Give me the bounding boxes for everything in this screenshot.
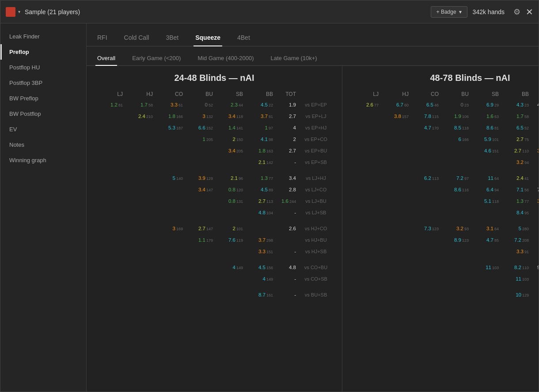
table-row: 1.11797.61193.7298vs HJ+BU (91, 234, 338, 246)
sidebar-item-notes[interactable]: Notes (0, 137, 86, 152)
data-cell: 9.3259 (529, 265, 539, 270)
data-cell: 5.3187 (153, 125, 183, 130)
right-blind-header: 48-78 Blinds — nAI (347, 73, 539, 83)
left-blind-header: 24-48 Blinds — nAI (91, 73, 338, 83)
sidebar-item-winning-graph[interactable]: Winning graph (0, 152, 86, 168)
tab-4bet[interactable]: 4Bet (235, 30, 252, 46)
data-cell: 3.293 (439, 226, 469, 231)
data-cell: 4.5156 (243, 265, 273, 270)
data-cell: - (273, 210, 296, 215)
data-cell: 2.7147 (183, 226, 213, 231)
data-cell: 2.344 (213, 102, 243, 107)
data-cell: 5.1118 (469, 198, 499, 204)
data-cell: 7.2208 (499, 237, 529, 243)
table-row: 4.61512.71103.8261vs EP+BU (347, 145, 539, 156)
app-logo (6, 7, 15, 17)
vs-label: vs CO+SB (296, 276, 336, 282)
right-panel: RFI Cold Call 3Bet Squeeze 4Bet Overall … (87, 23, 539, 392)
tab-cold-call[interactable]: Cold Call (122, 30, 151, 46)
settings-icon[interactable]: ⚙ (513, 7, 520, 17)
main-content: Leak Finder Preflop Postflop HU Postflop… (0, 23, 539, 392)
table-row: 10129-vs BU+SB (347, 289, 539, 301)
data-cell: 6.6152 (183, 125, 213, 130)
table-row: 3.42051.81632.7vs EP+BU (91, 145, 338, 156)
data-cell: 3.4205 (213, 148, 243, 153)
data-cell: 6.2113 (409, 175, 439, 181)
data-cell: 4.589 (243, 187, 273, 192)
table-row: 2.6776.7606.5460236.9294.3234.7258vs EP+… (347, 99, 539, 110)
data-cell: 7.297 (439, 175, 469, 181)
data-cell: 1205 (183, 137, 213, 142)
table-row: 120521504.1982vs EP+CO (91, 133, 338, 145)
data-cell: 1.6244 (273, 198, 296, 204)
table-row: 1.2811.7583.3610522.3444.5221.9vs EP+EP (91, 99, 338, 110)
table-row: 5.11181.3773.6195vs LJ+BU (347, 195, 539, 207)
data-cell: 4.8104 (243, 210, 273, 215)
data-cell: 2.1142 (243, 160, 273, 165)
table-row: 41494.51564.8vs CO+BU (91, 262, 338, 273)
vs-label: vs BU+SB (296, 292, 336, 297)
table-row: 6.21137.29711642.4417vs LJ+HJ (347, 172, 539, 184)
table-row: 8.7161-vs BU+SB (91, 289, 338, 301)
vs-label: vs EP+CO (296, 137, 336, 142)
data-cell: 5.3 (529, 137, 539, 142)
sidebar-item-bw-preflop[interactable]: BW Preflop (0, 91, 86, 106)
subtab-late-game[interactable]: Late Game (10k+) (269, 51, 319, 66)
chevron-down-icon[interactable]: ▾ (18, 9, 20, 14)
col-hj-r: HJ (379, 91, 409, 97)
data-cell: 3.4147 (183, 187, 213, 192)
sidebar-item-postflop-3bp[interactable]: Postflop 3BP (0, 75, 86, 91)
table-row: 8.495-vs LJ+SB (347, 207, 539, 218)
data-cell: 6.929 (469, 102, 499, 107)
tab-3bet[interactable]: 3Bet (164, 30, 180, 46)
data-cell: 2.7 (273, 114, 296, 119)
table-row: 61665.91012.7755.3vs EP+CO (347, 133, 539, 145)
subtab-early-game[interactable]: Early Game (<200) (130, 51, 182, 66)
vs-label: vs EP+BU (296, 148, 336, 153)
data-cell: 6.7 (529, 125, 539, 130)
badge-button[interactable]: + Badge ▾ (431, 6, 467, 18)
table-row: 2.42101.816631323.41183.7812.7vs EP+LJ (91, 110, 338, 122)
vs-label: vs HJ+SB (296, 249, 336, 254)
section-divider (347, 218, 539, 223)
section-divider (91, 257, 338, 262)
subtab-mid-game[interactable]: Mid Game (400-2000) (196, 51, 255, 66)
section-divider (347, 168, 539, 172)
data-cell: 197 (243, 125, 273, 130)
data-cell: 7.8115 (409, 114, 439, 119)
right-blind-section: 48-78 Blinds — nAI LJ HJ CO BU SB BB TOT… (342, 66, 539, 392)
left-blind-section: 24-48 Blinds — nAI LJ HJ CO BU SB BB TOT… (87, 66, 342, 392)
data-cell: 6.552 (499, 125, 529, 130)
sidebar: Leak Finder Preflop Postflop HU Postflop… (0, 23, 87, 392)
sidebar-item-leak-finder[interactable]: Leak Finder (0, 29, 86, 44)
data-cell: 3.391 (499, 249, 529, 254)
data-cell: 3.9129 (183, 175, 213, 181)
tab-rfi[interactable]: RFI (95, 30, 109, 46)
data-cell: 3.4118 (213, 114, 243, 119)
data-cell: 7.5266 (529, 187, 539, 192)
table-row: 3.3151-vs HJ+SB (91, 246, 338, 257)
right-col-headers: LJ HJ CO BU SB BB TOT (347, 91, 539, 97)
tab-squeeze[interactable]: Squeeze (194, 30, 222, 46)
left-col-headers: LJ HJ CO BU SB BB TOT (91, 91, 338, 97)
sidebar-item-postflop-hu[interactable]: Postflop HU (0, 60, 86, 75)
data-cell: 2.7110 (499, 148, 529, 153)
data-cell: 1.281 (93, 102, 123, 107)
sidebar-item-bw-postflop[interactable]: BW Postflop (0, 106, 86, 122)
data-cell: 0.8120 (213, 187, 243, 192)
badge-label: + Badge (437, 9, 456, 15)
data-cell: - (273, 292, 296, 297)
data-cell: 1.758 (123, 102, 153, 107)
data-cell: 2.8 (273, 187, 296, 192)
data-cell: 1.8163 (243, 148, 273, 153)
data-cell: 1.8166 (153, 114, 183, 119)
sidebar-item-preflop[interactable]: Preflop (0, 44, 86, 60)
col-co: CO (153, 91, 183, 97)
data-cell: 1.9106 (439, 114, 469, 119)
sidebar-item-ev[interactable]: EV (0, 122, 86, 137)
close-icon[interactable]: ✕ (526, 7, 533, 17)
subtab-overall[interactable]: Overall (95, 51, 117, 66)
data-cell: 4149 (213, 265, 243, 270)
table-row: 11103-vs CO+SB (347, 273, 539, 285)
data-cell: 3.8 (529, 114, 539, 119)
